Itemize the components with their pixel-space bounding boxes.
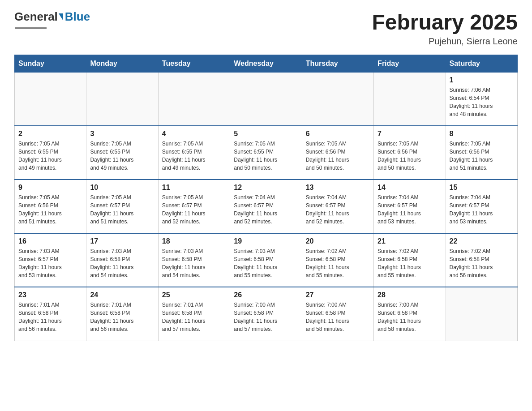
- header-monday: Monday: [86, 55, 158, 72]
- day-number: 23: [18, 291, 82, 299]
- table-row: 17Sunrise: 7:03 AM Sunset: 6:58 PM Dayli…: [86, 233, 158, 287]
- table-row: 23Sunrise: 7:01 AM Sunset: 6:58 PM Dayli…: [15, 287, 86, 341]
- header-friday: Friday: [374, 55, 446, 72]
- day-info: Sunrise: 7:05 AM Sunset: 6:55 PM Dayligh…: [162, 140, 226, 172]
- day-info: Sunrise: 7:06 AM Sunset: 6:54 PM Dayligh…: [450, 86, 514, 118]
- day-number: 24: [90, 291, 154, 299]
- logo: General Blue ▬▬▬▬▬: [14, 11, 90, 30]
- day-number: 7: [378, 130, 442, 138]
- calendar-week-row: 23Sunrise: 7:01 AM Sunset: 6:58 PM Dayli…: [15, 287, 518, 341]
- table-row: 24Sunrise: 7:01 AM Sunset: 6:58 PM Dayli…: [86, 287, 158, 341]
- day-number: 1: [450, 76, 514, 84]
- header: General Blue ▬▬▬▬▬ February 2025 Pujehun…: [14, 11, 518, 47]
- calendar-title: February 2025: [372, 11, 518, 34]
- table-row: 16Sunrise: 7:03 AM Sunset: 6:57 PM Dayli…: [15, 233, 86, 287]
- day-info: Sunrise: 7:04 AM Sunset: 6:57 PM Dayligh…: [234, 193, 298, 226]
- logo-general-text: General: [14, 11, 58, 22]
- table-row: 3Sunrise: 7:05 AM Sunset: 6:55 PM Daylig…: [86, 126, 158, 180]
- table-row: 19Sunrise: 7:03 AM Sunset: 6:58 PM Dayli…: [230, 233, 302, 287]
- header-saturday: Saturday: [446, 55, 517, 72]
- day-info: Sunrise: 7:05 AM Sunset: 6:57 PM Dayligh…: [162, 193, 226, 226]
- day-number: 12: [234, 184, 298, 192]
- table-row: 5Sunrise: 7:05 AM Sunset: 6:55 PM Daylig…: [230, 126, 302, 180]
- day-info: Sunrise: 7:05 AM Sunset: 6:56 PM Dayligh…: [450, 140, 514, 172]
- table-row: 14Sunrise: 7:04 AM Sunset: 6:57 PM Dayli…: [374, 180, 446, 233]
- day-number: 20: [306, 237, 370, 245]
- day-info: Sunrise: 7:01 AM Sunset: 6:58 PM Dayligh…: [162, 301, 226, 333]
- table-row: [446, 287, 517, 341]
- table-row: 2Sunrise: 7:05 AM Sunset: 6:55 PM Daylig…: [15, 126, 86, 180]
- table-row: [86, 72, 158, 126]
- day-info: Sunrise: 7:03 AM Sunset: 6:58 PM Dayligh…: [234, 247, 298, 279]
- day-info: Sunrise: 7:05 AM Sunset: 6:55 PM Dayligh…: [18, 140, 82, 172]
- day-number: 3: [90, 130, 154, 138]
- day-info: Sunrise: 7:02 AM Sunset: 6:58 PM Dayligh…: [378, 247, 442, 279]
- day-info: Sunrise: 7:04 AM Sunset: 6:57 PM Dayligh…: [378, 193, 442, 226]
- day-info: Sunrise: 7:05 AM Sunset: 6:55 PM Dayligh…: [90, 140, 154, 172]
- logo-underline: ▬▬▬▬▬: [15, 23, 47, 30]
- day-info: Sunrise: 7:03 AM Sunset: 6:58 PM Dayligh…: [90, 247, 154, 279]
- day-number: 9: [18, 184, 82, 192]
- table-row: [302, 72, 373, 126]
- day-info: Sunrise: 7:05 AM Sunset: 6:56 PM Dayligh…: [306, 140, 370, 172]
- day-header-row: Sunday Monday Tuesday Wednesday Thursday…: [15, 55, 518, 72]
- table-row: 1Sunrise: 7:06 AM Sunset: 6:54 PM Daylig…: [446, 72, 517, 126]
- day-info: Sunrise: 7:03 AM Sunset: 6:58 PM Dayligh…: [162, 247, 226, 279]
- day-number: 25: [162, 291, 226, 299]
- day-number: 18: [162, 237, 226, 245]
- day-number: 28: [378, 291, 442, 299]
- table-row: 21Sunrise: 7:02 AM Sunset: 6:58 PM Dayli…: [374, 233, 446, 287]
- table-row: [158, 72, 230, 126]
- table-row: 28Sunrise: 7:00 AM Sunset: 6:58 PM Dayli…: [374, 287, 446, 341]
- day-number: 13: [306, 184, 370, 192]
- table-row: [15, 72, 86, 126]
- day-number: 4: [162, 130, 226, 138]
- calendar-week-row: 16Sunrise: 7:03 AM Sunset: 6:57 PM Dayli…: [15, 233, 518, 287]
- day-number: 11: [162, 184, 226, 192]
- day-info: Sunrise: 7:03 AM Sunset: 6:57 PM Dayligh…: [18, 247, 82, 279]
- table-row: [230, 72, 302, 126]
- header-wednesday: Wednesday: [230, 55, 302, 72]
- day-number: 26: [234, 291, 298, 299]
- table-row: 18Sunrise: 7:03 AM Sunset: 6:58 PM Dayli…: [158, 233, 230, 287]
- logo-arrow-icon: [59, 13, 63, 21]
- day-number: 8: [450, 130, 514, 138]
- day-number: 17: [90, 237, 154, 245]
- day-info: Sunrise: 7:05 AM Sunset: 6:56 PM Dayligh…: [378, 140, 442, 172]
- table-row: 15Sunrise: 7:04 AM Sunset: 6:57 PM Dayli…: [446, 180, 517, 233]
- table-row: 10Sunrise: 7:05 AM Sunset: 6:57 PM Dayli…: [86, 180, 158, 233]
- table-row: [374, 72, 446, 126]
- day-number: 14: [378, 184, 442, 192]
- day-info: Sunrise: 7:00 AM Sunset: 6:58 PM Dayligh…: [306, 301, 370, 333]
- day-number: 10: [90, 184, 154, 192]
- day-number: 2: [18, 130, 82, 138]
- day-info: Sunrise: 7:05 AM Sunset: 6:56 PM Dayligh…: [18, 193, 82, 226]
- calendar-table: Sunday Monday Tuesday Wednesday Thursday…: [14, 55, 518, 341]
- calendar-week-row: 2Sunrise: 7:05 AM Sunset: 6:55 PM Daylig…: [15, 126, 518, 180]
- day-info: Sunrise: 7:01 AM Sunset: 6:58 PM Dayligh…: [18, 301, 82, 333]
- day-info: Sunrise: 7:05 AM Sunset: 6:57 PM Dayligh…: [90, 193, 154, 226]
- calendar-subtitle: Pujehun, Sierra Leone: [372, 36, 518, 47]
- table-row: 20Sunrise: 7:02 AM Sunset: 6:58 PM Dayli…: [302, 233, 373, 287]
- day-info: Sunrise: 7:02 AM Sunset: 6:58 PM Dayligh…: [450, 247, 514, 279]
- header-thursday: Thursday: [302, 55, 373, 72]
- table-row: 11Sunrise: 7:05 AM Sunset: 6:57 PM Dayli…: [158, 180, 230, 233]
- table-row: 7Sunrise: 7:05 AM Sunset: 6:56 PM Daylig…: [374, 126, 446, 180]
- day-number: 16: [18, 237, 82, 245]
- day-info: Sunrise: 7:05 AM Sunset: 6:55 PM Dayligh…: [234, 140, 298, 172]
- table-row: 22Sunrise: 7:02 AM Sunset: 6:58 PM Dayli…: [446, 233, 517, 287]
- day-number: 22: [450, 237, 514, 245]
- table-row: 4Sunrise: 7:05 AM Sunset: 6:55 PM Daylig…: [158, 126, 230, 180]
- day-number: 21: [378, 237, 442, 245]
- day-info: Sunrise: 7:04 AM Sunset: 6:57 PM Dayligh…: [450, 193, 514, 226]
- table-row: 27Sunrise: 7:00 AM Sunset: 6:58 PM Dayli…: [302, 287, 373, 341]
- day-info: Sunrise: 7:04 AM Sunset: 6:57 PM Dayligh…: [306, 193, 370, 226]
- day-info: Sunrise: 7:00 AM Sunset: 6:58 PM Dayligh…: [378, 301, 442, 333]
- table-row: 25Sunrise: 7:01 AM Sunset: 6:58 PM Dayli…: [158, 287, 230, 341]
- day-info: Sunrise: 7:00 AM Sunset: 6:58 PM Dayligh…: [234, 301, 298, 333]
- table-row: 8Sunrise: 7:05 AM Sunset: 6:56 PM Daylig…: [446, 126, 517, 180]
- title-area: February 2025 Pujehun, Sierra Leone: [372, 11, 518, 47]
- calendar-week-row: 9Sunrise: 7:05 AM Sunset: 6:56 PM Daylig…: [15, 180, 518, 233]
- header-sunday: Sunday: [15, 55, 86, 72]
- header-tuesday: Tuesday: [158, 55, 230, 72]
